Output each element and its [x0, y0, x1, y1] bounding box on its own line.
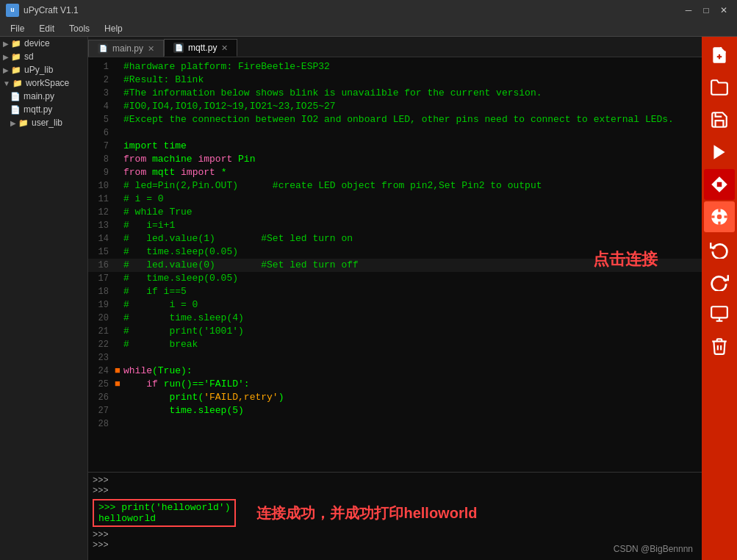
expand-arrow: ▶ [3, 53, 9, 61]
editor-tabs: 📄 main.py ✕ 📄 mqtt.py ✕ [88, 37, 702, 57]
tab-mqttpy[interactable]: 📄 mqtt.py ✕ [164, 39, 237, 57]
code-line-16: 16 # led.value(0) #Set led turn off [88, 259, 702, 272]
save-icon [710, 110, 729, 129]
code-line-13: 13 # i=i+1 [88, 219, 702, 232]
menubar: File Edit Tools Help [0, 21, 737, 37]
tab-close-button[interactable]: ✕ [148, 44, 154, 54]
folder-icon: 📁 [12, 79, 23, 88]
maximize-button[interactable]: □ [699, 3, 713, 18]
app-logo: u [6, 4, 19, 17]
sidebar-item-label: sd [24, 51, 34, 62]
sidebar-item-sd[interactable]: ▶ 📁 sd [0, 50, 87, 63]
svg-marker-2 [713, 145, 725, 159]
expand-arrow: ▶ [10, 119, 16, 127]
code-line-8: 8 from machine import Pin [88, 153, 702, 166]
tab-label: mqtt.py [188, 43, 217, 53]
sidebar-item-label: main.py [24, 91, 54, 101]
trash-icon [710, 337, 729, 356]
file-icon: 📄 [10, 92, 21, 101]
menu-help[interactable]: Help [97, 22, 130, 35]
menu-file[interactable]: File [3, 22, 32, 35]
code-line-11: 11 # i = 0 [88, 193, 702, 206]
window-controls: ─ □ ✕ [681, 3, 731, 18]
code-editor[interactable]: 1 #hardware platform: FireBeetle-ESP32 2… [88, 57, 702, 472]
code-line-27: 27 time.sleep(5) [88, 404, 702, 417]
expand-arrow: ▶ [3, 66, 9, 74]
new-file-button[interactable] [704, 40, 735, 71]
main-layout: ▶ 📁 device ▶ 📁 sd ▶ 📁 uPy_lib ▼ 📁 workSp… [0, 37, 737, 560]
svg-rect-4 [717, 182, 722, 187]
sidebar-item-label: user_lib [32, 118, 62, 128]
redo-button[interactable] [704, 266, 735, 297]
expand-arrow: ▼ [3, 79, 10, 87]
titlebar-left: u uPyCraft V1.1 [6, 4, 79, 17]
code-line-3: 3 #The information below shows blink is … [88, 87, 702, 100]
code-line-17: 17 # time.sleep(0.05) [88, 272, 702, 285]
code-line-2: 2 #Result: Blink [88, 73, 702, 87]
code-line-12: 12 # while True [88, 206, 702, 219]
run-button[interactable] [704, 137, 735, 168]
svg-point-5 [716, 214, 723, 220]
sidebar-item-label: uPy_lib [24, 65, 53, 75]
sidebar-item-mqttpy[interactable]: 📄 mqtt.py [0, 103, 87, 116]
terminal-line: >>> [93, 486, 697, 496]
settings-icon [710, 304, 729, 323]
folder-icon: 📁 [11, 39, 21, 49]
svg-rect-10 [711, 306, 727, 317]
run-icon [710, 143, 729, 162]
sidebar-item-workspace[interactable]: ▼ 📁 workSpace [0, 76, 87, 90]
folder-icon: 📁 [18, 118, 29, 128]
sidebar-item-userlib[interactable]: ▶ 📁 user_lib [0, 116, 87, 129]
code-line-5: 5 #Except the connection between IO2 and… [88, 113, 702, 126]
code-line-10: 10 # led=Pin(2,Pin.OUT) #create LED obje… [88, 179, 702, 193]
code-line-21: 21 # print('1001') [88, 325, 702, 338]
code-line-6: 6 [88, 126, 702, 140]
tab-label: main.py [112, 43, 143, 54]
code-line-26: 26 print('FAILD,retry') [88, 391, 702, 404]
tab-close-button[interactable]: ✕ [221, 43, 228, 53]
tab-mainpy[interactable]: 📄 main.py ✕ [88, 40, 164, 57]
terminal-line: >>> [93, 530, 697, 540]
sidebar-item-mainpy[interactable]: 📄 main.py [0, 90, 87, 103]
code-line-14: 14 # led.value(1) #Set led turn on [88, 232, 702, 245]
stop-button[interactable] [704, 169, 735, 200]
sidebar-item-device[interactable]: ▶ 📁 device [0, 37, 87, 50]
code-line-4: 4 #IO0,IO4,IO10,IO12~19,IO21~23,IO25~27 [88, 100, 702, 113]
file-icon: 📄 [10, 105, 21, 115]
app-title: uPyCraft V1.1 [24, 5, 79, 15]
code-line-19: 19 # i = 0 [88, 298, 702, 312]
code-line-9: 9 from mqtt import * [88, 166, 702, 179]
code-line-7: 7 import time [88, 140, 702, 153]
sidebar-item-label: device [24, 38, 50, 49]
terminal-annotation: 连接成功，并成功打印helloworld [256, 503, 477, 523]
file-tab-icon: 📄 [98, 43, 108, 54]
new-file-icon [710, 46, 729, 65]
open-file-button[interactable] [704, 72, 735, 103]
editor-area: 📄 main.py ✕ 📄 mqtt.py ✕ 1 #hardware plat… [88, 37, 702, 560]
terminal[interactable]: >>> >>> >>> print('helloworld')helloworl… [88, 472, 702, 560]
save-file-button[interactable] [704, 104, 735, 135]
code-line-25: 25 ■ if run()=='FAILD': [88, 378, 702, 391]
redo-icon [710, 272, 729, 291]
expand-arrow: ▶ [3, 40, 9, 48]
close-button[interactable]: ✕ [716, 3, 731, 18]
menu-tools[interactable]: Tools [62, 22, 97, 35]
terminal-line: >>> [93, 475, 697, 486]
delete-button[interactable] [704, 331, 735, 362]
stop-icon [710, 175, 729, 194]
code-line-18: 18 # if i==5 [88, 285, 702, 298]
connect-button[interactable] [704, 201, 735, 232]
code-line-22: 22 # break [88, 338, 702, 351]
minimize-button[interactable]: ─ [681, 3, 696, 18]
menu-edit[interactable]: Edit [32, 22, 62, 35]
sidebar-item-label: mqtt.py [24, 104, 52, 115]
sidebar-item-label: workSpace [26, 78, 69, 88]
code-line-15: 15 # time.sleep(0.05) [88, 245, 702, 259]
settings-button[interactable] [704, 298, 735, 329]
code-line-23: 23 [88, 351, 702, 365]
sidebar-item-upylib[interactable]: ▶ 📁 uPy_lib [0, 63, 87, 76]
undo-icon [710, 240, 729, 259]
undo-button[interactable] [704, 234, 735, 265]
terminal-command-row: >>> print('helloworld')helloworld 连接成功，并… [93, 498, 697, 528]
file-tree: ▶ 📁 device ▶ 📁 sd ▶ 📁 uPy_lib ▼ 📁 workSp… [0, 37, 88, 560]
